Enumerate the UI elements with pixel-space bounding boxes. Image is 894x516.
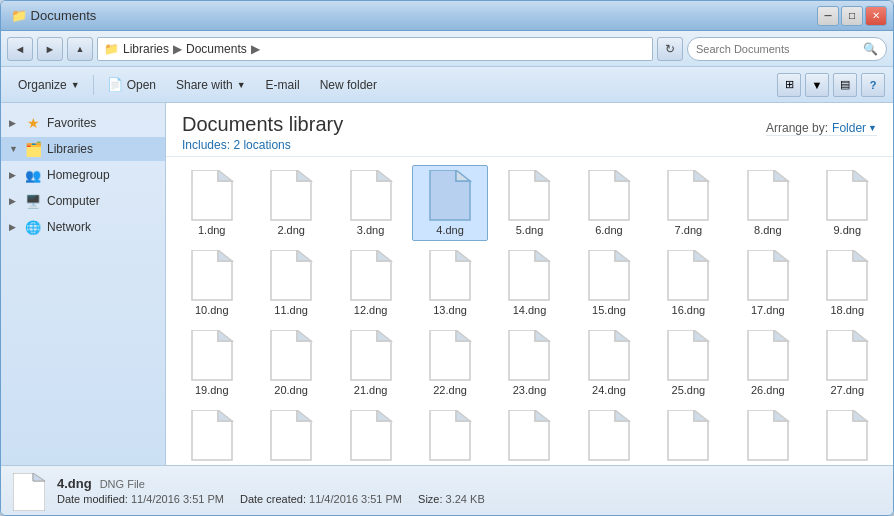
new-folder-button[interactable]: New folder (311, 72, 386, 98)
sidebar-item-network[interactable]: ▶ 🌐 Network (1, 215, 165, 239)
file-item[interactable]: 12.dng (333, 245, 408, 321)
path-label-libraries[interactable]: Libraries (123, 42, 169, 56)
up-button[interactable]: ▲ (67, 37, 93, 61)
file-icon (188, 170, 236, 222)
file-label: 36.dng (830, 464, 864, 465)
expand-icon-homegroup: ▶ (9, 170, 19, 180)
file-item[interactable]: 36.dng (810, 405, 885, 465)
preview-pane-button[interactable]: ▤ (833, 73, 857, 97)
address-path[interactable]: 📁 Libraries ▶ Documents ▶ (97, 37, 653, 61)
maximize-button[interactable]: □ (841, 6, 863, 26)
status-file-icon (13, 473, 45, 509)
file-item[interactable]: 6.dng (571, 165, 646, 241)
file-item[interactable]: 28.dng (174, 405, 249, 465)
sidebar-item-libraries[interactable]: ▼ 🗂️ Libraries (1, 137, 165, 161)
file-label: 4.dng (436, 224, 464, 236)
share-with-button[interactable]: Share with ▼ (167, 72, 255, 98)
search-box[interactable]: 🔍 (687, 37, 887, 61)
file-label: 22.dng (433, 384, 467, 396)
file-item[interactable]: 31.dng (412, 405, 487, 465)
file-item[interactable]: 11.dng (253, 245, 328, 321)
minimize-button[interactable]: ─ (817, 6, 839, 26)
file-item[interactable]: 9.dng (810, 165, 885, 241)
file-icon (347, 170, 395, 222)
status-bar: 4.dng DNG File Date modified: 11/4/2016 … (1, 465, 893, 515)
svg-marker-11 (615, 170, 629, 181)
file-icon (585, 170, 633, 222)
refresh-button[interactable]: ↻ (657, 37, 683, 61)
forward-button[interactable]: ► (37, 37, 63, 61)
file-item[interactable]: 7.dng (651, 165, 726, 241)
file-item[interactable]: 4.dng (412, 165, 487, 241)
sidebar-item-favorites[interactable]: ▶ ★ Favorites (1, 111, 165, 135)
view-dropdown-button[interactable]: ▼ (805, 73, 829, 97)
file-item[interactable]: 30.dng (333, 405, 408, 465)
file-item[interactable]: 26.dng (730, 325, 805, 401)
file-label: 31.dng (433, 464, 467, 465)
email-button[interactable]: E-mail (257, 72, 309, 98)
file-label: 9.dng (834, 224, 862, 236)
file-icon (347, 410, 395, 462)
file-icon (744, 410, 792, 462)
file-item[interactable]: 14.dng (492, 245, 567, 321)
file-item[interactable]: 21.dng (333, 325, 408, 401)
file-item[interactable]: 13.dng (412, 245, 487, 321)
close-button[interactable]: ✕ (865, 6, 887, 26)
file-label: 7.dng (675, 224, 703, 236)
file-item[interactable]: 8.dng (730, 165, 805, 241)
svg-marker-55 (218, 410, 232, 421)
status-filetype: DNG File (100, 478, 145, 490)
file-item[interactable]: 15.dng (571, 245, 646, 321)
file-label: 25.dng (672, 384, 706, 396)
svg-marker-5 (377, 170, 391, 181)
explorer-window: 📁 Documents ─ □ ✕ ◄ ► ▲ 📁 Libraries ▶ Do… (0, 0, 894, 516)
search-input[interactable] (696, 43, 859, 55)
svg-marker-73 (33, 473, 45, 481)
sidebar-label-network: Network (47, 220, 91, 234)
open-button[interactable]: 📄 Open (98, 72, 165, 98)
file-icon (426, 330, 474, 382)
file-icon (823, 330, 871, 382)
file-item[interactable]: 2.dng (253, 165, 328, 241)
file-item[interactable]: 22.dng (412, 325, 487, 401)
svg-marker-45 (535, 330, 549, 341)
file-item[interactable]: 17.dng (730, 245, 805, 321)
title-bar: 📁 Documents ─ □ ✕ (1, 1, 893, 31)
file-item[interactable]: 35.dng (730, 405, 805, 465)
file-item[interactable]: 3.dng (333, 165, 408, 241)
view-icon-button[interactable]: ⊞ (777, 73, 801, 97)
file-icon (823, 170, 871, 222)
file-item[interactable]: 10.dng (174, 245, 249, 321)
file-item[interactable]: 1.dng (174, 165, 249, 241)
sidebar-item-homegroup[interactable]: ▶ 👥 Homegroup (1, 163, 165, 187)
sidebar-label-favorites: Favorites (47, 116, 96, 130)
file-item[interactable]: 18.dng (810, 245, 885, 321)
file-item[interactable]: 25.dng (651, 325, 726, 401)
svg-marker-9 (535, 170, 549, 181)
file-icon (744, 250, 792, 302)
file-item[interactable]: 33.dng (571, 405, 646, 465)
file-icon (188, 250, 236, 302)
file-item[interactable]: 19.dng (174, 325, 249, 401)
sidebar-item-computer[interactable]: ▶ 🖥️ Computer (1, 189, 165, 213)
file-item[interactable]: 16.dng (651, 245, 726, 321)
file-item[interactable]: 23.dng (492, 325, 567, 401)
file-item[interactable]: 5.dng (492, 165, 567, 241)
file-item[interactable]: 29.dng (253, 405, 328, 465)
back-button[interactable]: ◄ (7, 37, 33, 61)
search-icon[interactable]: 🔍 (863, 42, 878, 56)
file-item[interactable]: 34.dng (651, 405, 726, 465)
file-item[interactable]: 32.dng (492, 405, 567, 465)
file-item[interactable]: 24.dng (571, 325, 646, 401)
path-label-documents[interactable]: Documents (186, 42, 247, 56)
svg-marker-17 (853, 170, 867, 181)
file-icon (505, 330, 553, 382)
organize-button[interactable]: Organize ▼ (9, 72, 89, 98)
file-icon (505, 410, 553, 462)
locations-link[interactable]: 2 locations (233, 138, 290, 152)
file-item[interactable]: 27.dng (810, 325, 885, 401)
arrange-dropdown[interactable]: Folder ▼ (832, 121, 877, 135)
file-item[interactable]: 20.dng (253, 325, 328, 401)
file-icon (664, 330, 712, 382)
help-button[interactable]: ? (861, 73, 885, 97)
